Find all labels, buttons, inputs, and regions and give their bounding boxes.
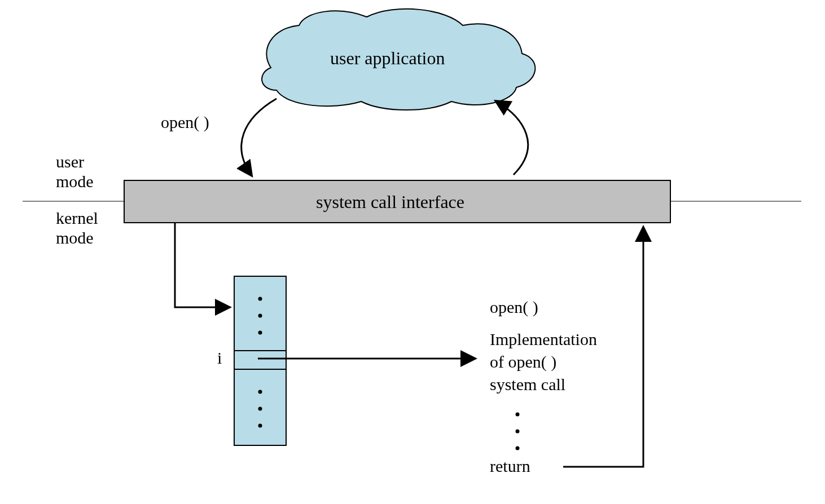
arrow-return-to-app xyxy=(497,101,528,175)
user-mode-label-2: mode xyxy=(56,172,94,191)
table-dot xyxy=(258,390,262,394)
impl-line1: Implementation xyxy=(490,330,597,349)
impl-open-label: open( ) xyxy=(490,298,538,317)
kernel-mode-label-2: mode xyxy=(56,228,94,247)
arrow-open-call xyxy=(242,99,277,175)
impl-dot xyxy=(516,430,520,434)
impl-line2: of open( ) xyxy=(490,352,556,372)
user-mode-label-1: user xyxy=(56,152,84,171)
impl-dot xyxy=(516,413,520,417)
open-call-label: open( ) xyxy=(161,113,209,132)
impl-line3: system call xyxy=(490,375,565,394)
kernel-mode-label-1: kernel xyxy=(56,209,98,228)
user-application-label: user application xyxy=(330,48,445,69)
sci-label: system call interface xyxy=(316,192,464,213)
table-dot xyxy=(258,331,262,335)
table-index-label: i xyxy=(217,348,222,368)
table-dot xyxy=(258,424,262,428)
table-dot xyxy=(258,297,262,301)
syscall-table xyxy=(234,276,286,445)
impl-dot xyxy=(516,446,520,450)
arrow-sci-to-table xyxy=(175,223,229,307)
table-dot xyxy=(258,314,262,318)
return-label: return xyxy=(490,457,530,476)
table-dot xyxy=(258,407,262,411)
